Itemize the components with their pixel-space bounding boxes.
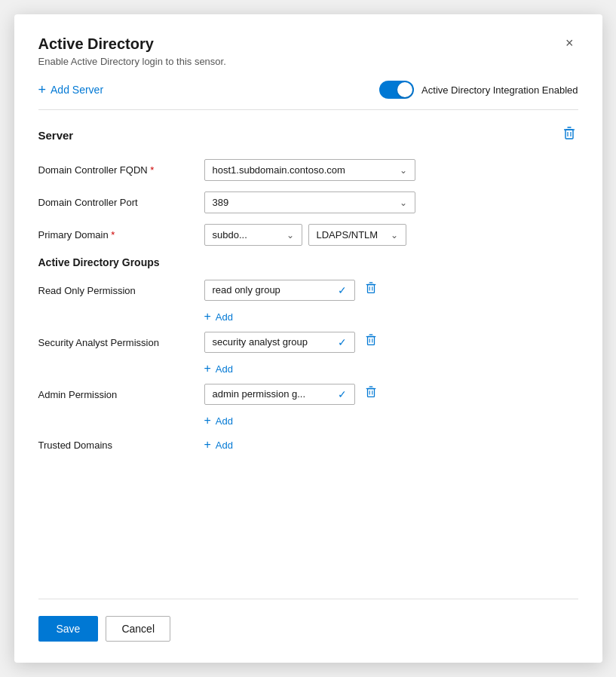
toggle-knob (397, 82, 412, 97)
toggle-label: Active Directory Integration Enabled (421, 84, 578, 96)
add-read-only-label: Add (216, 311, 233, 323)
delete-security-analyst-group-button[interactable] (363, 331, 379, 353)
cancel-button[interactable]: Cancel (106, 616, 170, 642)
active-directory-dialog: Active Directory Enable Active Directory… (14, 14, 602, 663)
toggle-area: Active Directory Integration Enabled (379, 81, 578, 99)
admin-permission-row: Admin Permission admin permission g... ✓ (38, 383, 578, 430)
read-only-permission-label: Read Only Permission (38, 279, 204, 296)
security-analyst-check-icon: ✓ (338, 336, 347, 348)
dialog-title: Active Directory (38, 35, 226, 53)
add-icon: + (204, 310, 211, 323)
server-title: Server (38, 129, 74, 142)
trusted-domains-label: Trusted Domains (38, 440, 204, 451)
read-only-group-name: read only group (213, 284, 280, 296)
add-server-button[interactable]: + Add Server (38, 82, 104, 98)
admin-group-tag[interactable]: admin permission g... ✓ (204, 384, 355, 405)
delete-admin-group-button[interactable] (363, 383, 379, 405)
delete-server-button[interactable] (560, 124, 578, 147)
add-admin-group-button[interactable]: + Add (204, 411, 578, 430)
save-button[interactable]: Save (38, 616, 99, 642)
fqdn-value: host1.subdomain.contoso.com (213, 164, 345, 176)
add-server-label: Add Server (51, 84, 103, 96)
auth-method-value: LDAPS/NTLM (317, 229, 378, 240)
delete-read-only-group-button[interactable] (363, 279, 379, 301)
read-only-group-tag[interactable]: read only group ✓ (204, 280, 355, 301)
add-icon: + (204, 414, 211, 427)
add-read-only-group-button[interactable]: + Add (204, 307, 578, 326)
add-security-analyst-label: Add (216, 363, 233, 375)
close-button[interactable]: × (561, 34, 578, 53)
primary-domain-row: Primary Domain subdo... ⌄ LDAPS/NTLM ⌄ (38, 224, 578, 246)
ad-groups-title: Active Directory Groups (38, 256, 578, 268)
auth-method-select[interactable]: LDAPS/NTLM ⌄ (308, 224, 406, 246)
svg-rect-0 (565, 130, 573, 139)
fqdn-chevron: ⌄ (400, 165, 407, 176)
trash-icon (364, 280, 378, 296)
primary-domain-chevron: ⌄ (287, 230, 294, 240)
dialog-subtitle: Enable Active Directory login to this se… (38, 56, 226, 67)
security-analyst-permission-controls: security analyst group ✓ + (204, 331, 578, 378)
admin-check-icon: ✓ (338, 388, 347, 400)
security-analyst-group-tag[interactable]: security analyst group ✓ (204, 332, 355, 353)
security-analyst-group-row: security analyst group ✓ (204, 331, 578, 353)
port-select[interactable]: 389 ⌄ (204, 191, 415, 213)
port-label: Domain Controller Port (38, 197, 204, 208)
security-analyst-permission-row: Security Analyst Permission security ana… (38, 331, 578, 378)
port-chevron: ⌄ (400, 198, 407, 208)
fqdn-select[interactable]: host1.subdomain.contoso.com ⌄ (204, 159, 415, 181)
primary-domain-select[interactable]: subdo... ⌄ (204, 224, 302, 246)
trusted-domains-row: Trusted Domains + Add (38, 435, 578, 455)
trash-icon (364, 384, 378, 400)
port-row: Domain Controller Port 389 ⌄ (38, 191, 578, 213)
fqdn-row: Domain Controller FQDN host1.subdomain.c… (38, 159, 578, 181)
header-text: Active Directory Enable Active Directory… (38, 35, 226, 67)
svg-rect-10 (367, 337, 374, 345)
admin-permission-label: Admin Permission (38, 383, 204, 400)
svg-rect-15 (367, 389, 374, 397)
server-section-header: Server (38, 124, 578, 147)
content-area: Server Domain Controller FQDN host1.subd… (14, 110, 602, 588)
read-only-check-icon: ✓ (338, 284, 347, 296)
ad-integration-toggle[interactable] (379, 81, 414, 99)
read-only-permission-controls: read only group ✓ + (204, 279, 578, 326)
admin-group-name: admin permission g... (213, 388, 306, 400)
add-security-analyst-group-button[interactable]: + Add (204, 359, 578, 378)
add-admin-label: Add (216, 415, 233, 427)
add-trusted-domain-label: Add (216, 440, 233, 451)
primary-domain-controls: subdo... ⌄ LDAPS/NTLM ⌄ (204, 224, 578, 246)
fqdn-label: Domain Controller FQDN (38, 164, 204, 176)
footer: Save Cancel (14, 599, 602, 663)
primary-domain-value: subdo... (213, 229, 247, 240)
port-value: 389 (213, 197, 229, 208)
primary-domain-label: Primary Domain (38, 229, 204, 240)
fqdn-controls: host1.subdomain.contoso.com ⌄ (204, 159, 578, 181)
auth-method-chevron: ⌄ (391, 230, 398, 240)
toolbar: + Add Server Active Directory Integratio… (14, 75, 602, 109)
dialog-header: Active Directory Enable Active Directory… (14, 14, 602, 75)
admin-group-row: admin permission g... ✓ (204, 383, 578, 405)
svg-rect-5 (367, 285, 374, 293)
trash-icon (562, 125, 577, 142)
add-icon: + (204, 438, 211, 452)
read-only-permission-row: Read Only Permission read only group ✓ (38, 279, 578, 326)
add-trusted-domain-button[interactable]: + Add (204, 435, 233, 455)
admin-permission-controls: admin permission g... ✓ + (204, 383, 578, 430)
trash-icon (364, 332, 378, 348)
read-only-group-row: read only group ✓ (204, 279, 578, 301)
security-analyst-permission-label: Security Analyst Permission (38, 331, 204, 348)
plus-icon: + (38, 82, 47, 98)
add-icon: + (204, 362, 211, 375)
port-controls: 389 ⌄ (204, 191, 578, 213)
security-analyst-group-name: security analyst group (213, 336, 308, 348)
